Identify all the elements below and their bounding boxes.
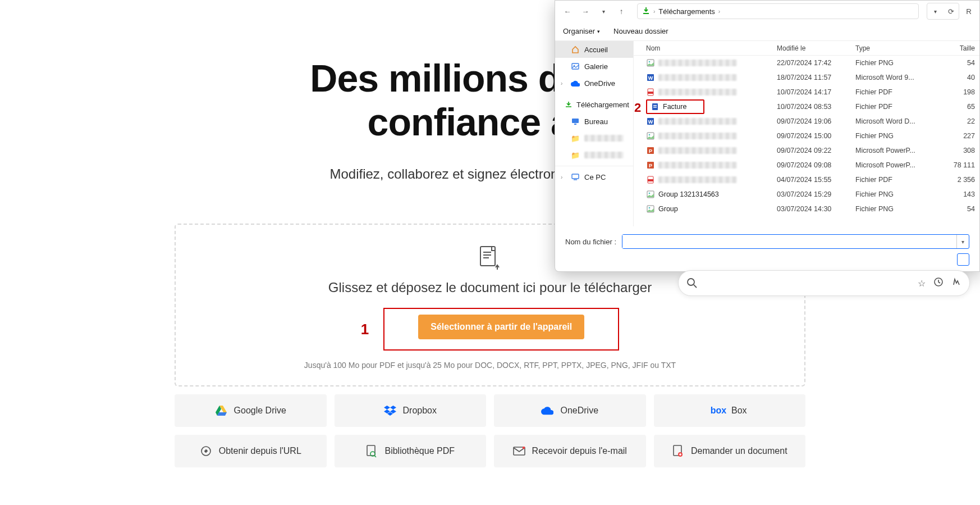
breadcrumb-bar[interactable]: › Téléchargements › [637,3,919,19]
file-row[interactable]: W18/07/2024 11:57Microsoft Word 9...40 [634,70,979,85]
nav-up-button[interactable]: ↑ [613,3,629,19]
dropbox-icon [384,404,396,417]
svg-rect-13 [367,445,375,456]
file-type: Microsoft PowerP... [855,161,923,169]
breadcrumb-downloads[interactable]: Téléchargements [658,7,715,16]
home-icon [571,45,580,54]
file-row[interactable]: 10/07/2024 14:17Fichier PDF198 [634,85,979,99]
file-row[interactable]: Facture10/07/2024 08:53Fichier PDF65 [634,99,979,114]
source-label: Bibliothèque PDF [384,446,455,456]
svg-rect-33 [653,105,657,106]
file-row[interactable]: P09/07/2024 09:08Microsoft PowerP...78 1… [634,158,979,172]
site-info-icon[interactable] [686,277,698,289]
sidebar-item-onedrive[interactable]: ›OneDrive [555,75,633,92]
column-header-name[interactable]: Nom [634,44,777,52]
file-row[interactable]: Group03/07/2024 14:30Fichier PNG54 [634,202,979,216]
sidebar-item-gallery[interactable]: Galerie [555,58,633,75]
organize-menu[interactable]: Organiser ▾ [563,27,600,35]
word-file-icon: W [646,117,655,126]
sidebar-item-this-pc[interactable]: ›Ce PC [555,169,633,185]
source-url[interactable]: Obtenir depuis l'URL [175,435,327,467]
sidebar-label: Galerie [584,62,608,71]
nav-forward-button[interactable]: → [578,3,593,19]
file-list: Nom Modifié le Type Taille 22/07/2024 17… [634,41,979,226]
dialog-sidebar: Accueil Galerie ›OneDrive Téléchargement… [555,41,634,226]
file-type: Microsoft Word D... [855,117,923,125]
file-size: 65 [923,103,979,111]
file-row[interactable]: W09/07/2024 19:06Microsoft Word D...22 [634,114,979,129]
annotation-marker-1: 1 [361,321,369,338]
file-type: Fichier PDF [855,103,923,111]
svg-rect-44 [648,179,653,181]
svg-text:P: P [649,163,652,169]
expand-icon[interactable]: › [561,80,566,87]
file-date: 03/07/2024 15:29 [777,190,855,198]
annotation-marker-2: 2 [634,101,641,115]
chevron-right-icon: › [718,8,720,15]
source-google-drive[interactable]: Google Drive [175,394,327,427]
sidebar-label: OneDrive [584,79,615,88]
pdf-file-icon [646,88,655,97]
sidebar-item-blurred[interactable]: 📁 [555,130,633,147]
email-icon [513,445,525,457]
column-header-size[interactable]: Taille [923,44,979,52]
history-icon[interactable] [933,277,944,289]
annotation-box-1: Sélectionner à partir de l'appareil [383,308,619,351]
chevron-right-icon: › [653,8,655,15]
downloads-icon [565,100,572,109]
sidebar-item-home[interactable]: Accueil [555,41,633,58]
path-dropdown-button[interactable]: ▾ [927,3,943,19]
select-from-device-button[interactable]: Sélectionner à partir de l'appareil [418,315,584,339]
svg-marker-6 [217,412,227,416]
column-header-modified[interactable]: Modifié le [777,44,855,52]
dialog-action-partial[interactable] [957,253,969,266]
file-size: 54 [923,205,979,213]
refresh-icon: ⟳ [948,7,954,16]
folder-icon: 📁 [571,151,580,160]
source-options: Google Drive Dropbox OneDrive box Box Ob… [175,394,805,467]
file-size: 78 111 [923,161,979,169]
gallery-icon [571,62,580,71]
blurred-filename [658,74,737,81]
png-file-icon [646,204,655,213]
refresh-button[interactable]: ⟳ [943,3,959,19]
file-type: Fichier PNG [855,132,923,140]
star-icon[interactable]: ☆ [918,278,926,289]
new-folder-button[interactable]: Nouveau dossier [613,27,668,35]
word-file-icon: W [646,73,655,82]
dialog-body: Accueil Galerie ›OneDrive Téléchargement… [555,41,979,226]
source-dropbox[interactable]: Dropbox [335,394,487,427]
sidebar-item-blurred[interactable]: 📁 [555,147,633,163]
file-row[interactable]: 09/07/2024 15:00Fichier PNG227 [634,129,979,143]
nav-recent-button[interactable]: ▾ [596,3,611,19]
file-row[interactable]: Group 132131456303/07/2024 15:29Fichier … [634,187,979,202]
svg-text:P: P [649,148,652,154]
file-row[interactable]: 22/07/2024 17:42Fichier PNG54 [634,56,979,70]
file-row[interactable]: 04/07/2024 15:55Fichier PDF2 356 [634,172,979,187]
file-date: 09/07/2024 15:00 [777,132,855,140]
file-date: 09/07/2024 09:08 [777,161,855,169]
column-header-type[interactable]: Type [855,44,923,52]
sidebar-item-downloads[interactable]: Téléchargement [555,96,633,113]
svg-line-15 [374,456,376,457]
source-onedrive[interactable]: OneDrive [494,394,646,427]
nav-back-button[interactable]: ← [560,3,575,19]
filename-dropdown[interactable]: ▾ [956,235,969,248]
file-type: Fichier PNG [855,59,923,67]
search-hint[interactable]: R [963,3,975,19]
extensions-icon[interactable] [951,277,961,289]
source-box[interactable]: box Box [654,394,806,427]
sidebar-item-desktop[interactable]: Bureau [555,113,633,130]
file-size: 227 [923,132,979,140]
file-type: Fichier PDF [855,88,923,96]
expand-icon[interactable]: › [561,174,566,180]
svg-point-49 [688,279,694,285]
svg-line-50 [694,285,697,288]
desktop-icon [571,117,580,126]
source-library[interactable]: Bibliothèque PDF [335,435,487,467]
source-email[interactable]: Recevoir depuis l'e-mail [494,435,646,467]
source-request[interactable]: Demander un document [654,435,806,467]
blurred-filename [658,133,737,139]
file-row[interactable]: P09/07/2024 09:22Microsoft PowerP...308 [634,143,979,158]
filename-input[interactable] [622,235,956,248]
